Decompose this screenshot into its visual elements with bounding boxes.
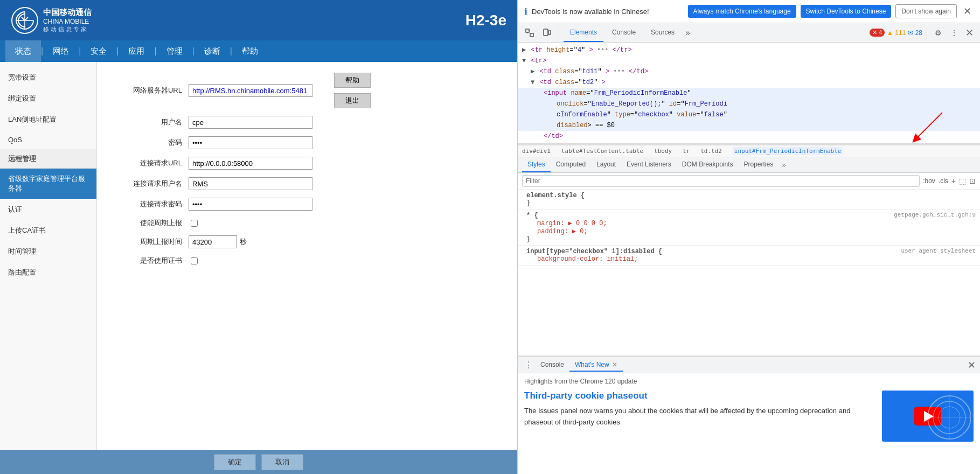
nav-item-help[interactable]: 帮助 [232, 40, 268, 62]
nav-item-security[interactable]: 安全 [81, 40, 116, 62]
form-row-password: 密码 [113, 136, 501, 149]
form-row-server-url: 网络服务器URL 帮助 退出 [113, 73, 501, 108]
form-row-enable-report: 使能周期上报 [113, 218, 501, 228]
dismiss-button[interactable]: Don't show again [895, 4, 957, 18]
sidebar-item-provincial[interactable]: 省级数字家庭管理平台服务器 [0, 169, 96, 199]
tab-computed[interactable]: Computed [551, 157, 591, 172]
help-button[interactable]: 帮助 [334, 73, 371, 88]
sidebar-item-binding[interactable]: 绑定设置 [0, 88, 96, 109]
label-enable-report: 使能周期上报 [113, 218, 189, 228]
input-connect-pass[interactable] [189, 198, 312, 211]
nav-item-status[interactable]: 状态 [5, 40, 41, 62]
devtools-bottom-panel: ⋮ Console What's New ✕ ✕ Highlights from… [518, 356, 980, 474]
toolbar-separator-2 [927, 27, 927, 38]
add-style-button[interactable]: + [951, 177, 956, 185]
breadcrumb-item-1[interactable]: div#div1 [522, 148, 551, 155]
sidebar-section-remote: 远程管理 [0, 150, 96, 169]
css-rule-input-disabled: input[type="checkbox" i]:disabled { user… [518, 246, 980, 266]
html-line-6: onclick="Enable_Reported();" id="Frm_Per… [518, 99, 980, 109]
sidebar-item-broadband[interactable]: 宽带设置 [0, 67, 96, 88]
filter-hov[interactable]: :hov [923, 177, 935, 185]
main-nav: 状态 | 网络 | 安全 | 应用 | 管理 | 诊断 | 帮助 [0, 40, 517, 62]
match-language-button[interactable]: Always match Chrome's language [688, 5, 796, 18]
tab-layout[interactable]: Layout [591, 157, 621, 172]
nav-item-app[interactable]: 应用 [119, 40, 154, 62]
html-line-4: ▼ <td class="td2" > [518, 77, 980, 88]
more-options-button[interactable]: ⋮ [947, 26, 961, 39]
css-prop-margin: margin: ▶ 0 0 0 0; [526, 220, 607, 227]
confirm-button[interactable]: 确定 [214, 454, 256, 470]
expand-panel-button[interactable]: ⊡ [969, 177, 976, 185]
unit-seconds: 秒 [240, 237, 247, 247]
css-source-user-agent: user agent stylesheet [901, 248, 976, 254]
breadcrumb-item-5[interactable]: td.td2 [700, 148, 722, 155]
nav-item-admin[interactable]: 管理 [157, 40, 192, 62]
brand-name-cn: 中国移动通信 [43, 8, 92, 18]
switch-language-button[interactable]: Switch DevTools to Chinese [801, 5, 892, 18]
html-line-8: disabled> == $0 [518, 120, 980, 131]
input-connect-url[interactable] [189, 157, 312, 170]
tab-whats-new[interactable]: What's New ✕ [569, 359, 623, 372]
whats-new-tab-close[interactable]: ✕ [612, 361, 617, 368]
tab-event-listeners[interactable]: Event Listeners [621, 157, 677, 172]
devtools-close-button[interactable]: ✕ [963, 27, 976, 39]
input-connect-user[interactable] [189, 177, 312, 190]
sidebar-item-auth[interactable]: 认证 [0, 199, 96, 220]
input-server-url[interactable] [189, 84, 312, 97]
sidebar-item-time[interactable]: 时间管理 [0, 241, 96, 262]
settings-button[interactable]: ⚙ [932, 26, 945, 39]
tab-sources[interactable]: Sources [644, 23, 681, 42]
tab-console[interactable]: Console [606, 23, 642, 42]
css-prop-padding: padding: ▶ 0; [526, 228, 588, 235]
html-line-1: ▶ <tr height="4" > ••• </tr> [518, 45, 980, 55]
nav-item-network[interactable]: 网络 [43, 40, 79, 62]
bottom-panel-close[interactable]: ✕ [968, 359, 976, 371]
tab-properties[interactable]: Properties [739, 157, 779, 172]
nav-item-diag[interactable]: 诊断 [194, 40, 230, 62]
input-report-time[interactable] [189, 235, 237, 248]
sidebar-item-qos[interactable]: QoS [0, 130, 96, 150]
input-password[interactable] [189, 136, 312, 149]
html-panel[interactable]: ▶ <tr height="4" > ••• </tr> ▼ <tr> ▶ <t… [518, 43, 980, 145]
toggle-sidebar-button[interactable]: ⬚ [959, 177, 966, 185]
whats-new-article: Third-party cookie phaseout The Issues p… [524, 391, 974, 442]
article-body: The Issues panel now warns you about the… [524, 406, 874, 428]
filter-cls[interactable]: .cls [939, 177, 948, 185]
input-username[interactable] [189, 116, 312, 129]
bottom-panel-content: Highlights from the Chrome 120 update Th… [518, 373, 980, 474]
devtools-breadcrumb: div#div1 table#TestContent.table tbody t… [518, 145, 980, 157]
logout-button[interactable]: 退出 [334, 93, 371, 108]
checkbox-enable-report[interactable] [191, 220, 198, 227]
brand-logo [11, 6, 39, 34]
more-styles-tabs[interactable]: » [779, 157, 789, 172]
sidebar-item-lan[interactable]: LAN侧地址配置 [0, 109, 96, 130]
sidebar-item-routing[interactable]: 路由配置 [0, 262, 96, 283]
tab-dom-breakpoints[interactable]: DOM Breakpoints [677, 157, 739, 172]
toolbar-separator-1 [559, 27, 559, 38]
tab-elements[interactable]: Elements [564, 23, 603, 42]
device-toggle-button[interactable] [539, 26, 554, 39]
checkbox-use-cert[interactable] [191, 257, 198, 264]
label-server-url: 网络服务器URL [113, 86, 189, 95]
css-rule-star: * { getpage.gch…sic_t.gch:9 margin: ▶ 0 … [518, 210, 980, 246]
breadcrumb-item-2[interactable]: table#TestContent.table [561, 148, 643, 155]
cancel-button[interactable]: 取消 [261, 454, 303, 470]
inspect-element-button[interactable] [522, 26, 537, 39]
breadcrumb-item-4[interactable]: tr [683, 148, 690, 155]
more-tabs-button[interactable]: » [683, 28, 692, 38]
html-panel-container: ▶ <tr height="4" > ••• </tr> ▼ <tr> ▶ <t… [518, 43, 980, 145]
sidebar-item-ca[interactable]: 上传CA证书 [0, 220, 96, 241]
bottom-panel-dots[interactable]: ⋮ [522, 360, 535, 370]
tab-console-bottom[interactable]: Console [535, 359, 569, 372]
breadcrumb-item-3[interactable]: tbody [654, 148, 672, 155]
styles-tab-bar: Styles Computed Layout Event Listeners D… [518, 157, 980, 173]
label-username: 用户名 [113, 117, 189, 127]
notification-close-button[interactable]: ✕ [961, 5, 974, 17]
tab-styles[interactable]: Styles [522, 157, 551, 172]
router-sidebar: 宽带设置 绑定设置 LAN侧地址配置 QoS 远程管理 省级数字家庭管理平台服务… [0, 62, 97, 450]
form-row-connect-url: 连接请求URL [113, 157, 501, 170]
brand-name-en: CHINA MOBILE [43, 18, 92, 25]
warning-count-badge: ▲ 111 [887, 29, 906, 37]
styles-filter-input[interactable] [522, 175, 920, 187]
breadcrumb-item-6[interactable]: input#Frm_PeriodicInformEnable [733, 147, 843, 155]
